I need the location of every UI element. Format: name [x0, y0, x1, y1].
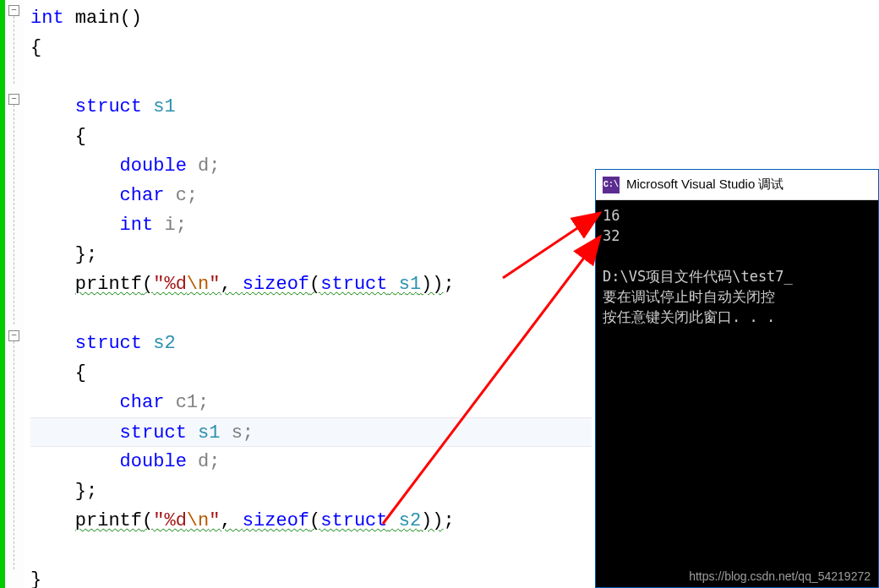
code-line: char c1; — [30, 388, 592, 417]
fold-line — [14, 16, 14, 84]
code-line: printf("%d\n", sizeof(struct s1)); — [30, 270, 592, 299]
watermark: https://blog.csdn.net/qq_54219272 — [689, 569, 871, 583]
code-line: int main() — [30, 3, 592, 33]
code-line: { — [30, 122, 592, 151]
fold-gutter: − − − — [5, 0, 24, 588]
code-line: { — [30, 358, 592, 388]
code-line: int i; — [30, 210, 592, 240]
fold-toggle-icon[interactable]: − — [8, 330, 19, 341]
code-line: { — [30, 33, 592, 63]
fold-toggle-icon[interactable]: − — [8, 94, 19, 105]
code-editor: − − − int main() { struct s1 { double d;… — [0, 0, 592, 588]
code-line — [30, 63, 592, 92]
code-line: } — [30, 565, 592, 588]
console-window: C:\ Microsoft Visual Studio 调试 16 32 D:\… — [595, 169, 879, 588]
code-line: struct s1 — [30, 92, 592, 122]
code-line: }; — [30, 476, 592, 506]
vs-icon: C:\ — [603, 177, 620, 193]
fold-line — [14, 341, 14, 569]
code-area[interactable]: int main() { struct s1 { double d; char … — [24, 0, 592, 588]
code-line: char c; — [30, 181, 592, 210]
console-titlebar[interactable]: C:\ Microsoft Visual Studio 调试 — [596, 170, 878, 200]
code-line: printf("%d\n", sizeof(struct s2)); — [30, 506, 592, 536]
code-line — [30, 299, 592, 329]
fold-line — [14, 105, 14, 324]
code-line: double d; — [30, 447, 592, 476]
fold-toggle-icon[interactable]: − — [8, 5, 19, 16]
code-line: struct s2 — [30, 329, 592, 358]
console-output[interactable]: 16 32 D:\VS项目文件代码\test7_ 要在调试停止时自动关闭控 按任… — [596, 200, 878, 587]
code-line: double d; — [30, 151, 592, 181]
code-line: }; — [30, 240, 592, 270]
code-line — [30, 536, 592, 565]
console-title: Microsoft Visual Studio 调试 — [626, 177, 783, 193]
code-line-current: struct s1 s; — [30, 417, 592, 447]
